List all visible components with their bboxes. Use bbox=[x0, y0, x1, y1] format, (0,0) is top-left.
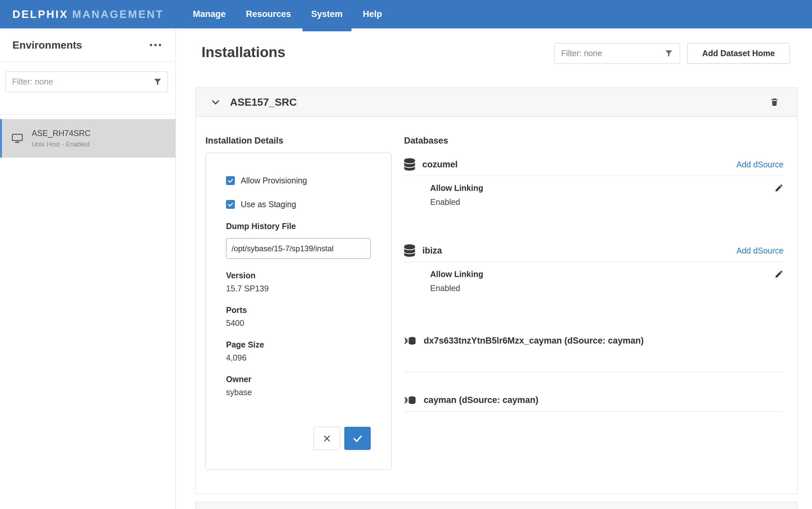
pencil-icon bbox=[775, 270, 784, 279]
confirm-button[interactable] bbox=[344, 427, 371, 450]
filter-funnel-icon bbox=[664, 49, 673, 58]
environment-list-item[interactable]: ASE_RH74SRC Unix Host - Enabled bbox=[0, 119, 176, 158]
database-name: cozumel bbox=[422, 160, 458, 170]
brand-secondary: MANAGEMENT bbox=[72, 8, 164, 20]
nav-item-resources[interactable]: Resources bbox=[236, 0, 301, 28]
next-installation-card-header[interactable] bbox=[196, 502, 797, 509]
owner-label: Owner bbox=[226, 375, 371, 384]
installation-card-header[interactable]: ASE157_SRC bbox=[196, 88, 797, 117]
pencil-icon bbox=[775, 183, 784, 193]
filter-selected-value: Filter: none bbox=[561, 48, 664, 58]
allow-linking-label: Allow Linking bbox=[430, 270, 483, 279]
allow-linking-value: Enabled bbox=[430, 197, 483, 207]
database-item-cozumel: cozumel Add dSource Allow Linking Enable… bbox=[404, 158, 784, 207]
allow-linking-value: Enabled bbox=[430, 283, 483, 293]
page-size-value: 4,096 bbox=[226, 353, 371, 363]
database-row: ibiza Add dSource bbox=[404, 244, 784, 262]
allow-linking-label: Allow Linking bbox=[430, 183, 483, 193]
form-actions bbox=[226, 427, 371, 450]
sidebar-menu-button[interactable] bbox=[149, 43, 162, 47]
sidebar-header: Environments bbox=[0, 28, 176, 62]
databases-section: Databases cozumel Add dSource Allow Link… bbox=[404, 136, 784, 470]
allow-provisioning-label: Allow Provisioning bbox=[241, 176, 307, 185]
use-as-staging-row: Use as Staging bbox=[226, 200, 371, 209]
dsource-database-icon bbox=[404, 335, 417, 346]
installation-details-heading: Installation Details bbox=[206, 136, 392, 146]
ports-label: Ports bbox=[226, 305, 371, 315]
check-icon bbox=[352, 433, 363, 444]
nav-item-help[interactable]: Help bbox=[353, 0, 392, 28]
allow-provisioning-row: Allow Provisioning bbox=[226, 176, 371, 185]
main-nav: Manage Resources System Help bbox=[183, 0, 392, 28]
cancel-button[interactable] bbox=[314, 427, 340, 450]
chevron-down-icon[interactable] bbox=[210, 97, 221, 107]
edit-allow-linking-button[interactable] bbox=[775, 183, 784, 193]
use-as-staging-checkbox[interactable] bbox=[226, 200, 235, 209]
dsource-name: cayman (dSource: cayman) bbox=[424, 395, 538, 405]
nav-item-manage[interactable]: Manage bbox=[183, 0, 236, 28]
owner-field: Owner sybase bbox=[226, 375, 371, 397]
next-installation-card[interactable] bbox=[195, 502, 798, 509]
page-size-label: Page Size bbox=[226, 340, 371, 349]
edit-allow-linking-button[interactable] bbox=[775, 270, 784, 279]
nav-item-system[interactable]: System bbox=[301, 0, 353, 28]
dump-history-file-label: Dump History File bbox=[226, 222, 371, 231]
close-icon bbox=[322, 434, 332, 443]
environment-list: ASE_RH74SRC Unix Host - Enabled bbox=[0, 114, 176, 158]
trash-icon bbox=[770, 97, 779, 107]
version-label: Version bbox=[226, 271, 371, 280]
filter-funnel-icon[interactable] bbox=[153, 77, 162, 86]
ports-value: 5400 bbox=[226, 318, 371, 328]
use-as-staging-label: Use as Staging bbox=[241, 200, 296, 209]
sidebar-title: Environments bbox=[12, 39, 82, 51]
databases-heading: Databases bbox=[404, 136, 784, 146]
version-field: Version 15.7 SP139 bbox=[226, 271, 371, 293]
host-icon bbox=[11, 133, 23, 144]
delete-installation-button[interactable] bbox=[770, 97, 779, 107]
database-icon bbox=[404, 158, 415, 171]
installations-filter-dropdown[interactable]: Filter: none bbox=[554, 43, 680, 64]
version-value: 15.7 SP139 bbox=[226, 284, 371, 293]
add-dataset-home-button[interactable]: Add Dataset Home bbox=[687, 43, 790, 64]
ellipsis-icon bbox=[149, 43, 162, 47]
database-item-ibiza: ibiza Add dSource Allow Linking Enabled bbox=[404, 244, 784, 293]
dump-history-file-input[interactable] bbox=[226, 238, 371, 259]
installation-name: ASE157_SRC bbox=[230, 96, 297, 108]
ports-field: Ports 5400 bbox=[226, 305, 371, 328]
check-icon bbox=[227, 177, 234, 184]
environments-sidebar: Environments ASE_RH74SRC Unix Host - Ena… bbox=[0, 28, 176, 509]
allow-linking-block: Allow Linking Enabled bbox=[430, 183, 784, 207]
owner-value: sybase bbox=[226, 387, 371, 397]
main-content: Installations Filter: none Add Dataset H… bbox=[176, 28, 812, 509]
page-title: Installations bbox=[201, 44, 285, 60]
dsource-row: dx7s633tnzYtnB5lr6Mzx_cayman (dSource: c… bbox=[404, 335, 784, 372]
dsource-row: cayman (dSource: cayman) bbox=[404, 395, 784, 412]
brand-primary: DELPHIX bbox=[12, 8, 68, 20]
top-header: DELPHIXMANAGEMENT Manage Resources Syste… bbox=[0, 0, 812, 28]
installation-details-section: Installation Details Allow Provisioning … bbox=[206, 136, 392, 470]
sidebar-filter-input[interactable] bbox=[5, 71, 168, 92]
dsource-name: dx7s633tnzYtnB5lr6Mzx_cayman (dSource: c… bbox=[424, 336, 644, 346]
installation-details-form: Allow Provisioning Use as Staging Dump H… bbox=[206, 153, 392, 470]
page-size-field: Page Size 4,096 bbox=[226, 340, 371, 363]
environment-status: Unix Host - Enabled bbox=[32, 141, 91, 148]
check-icon bbox=[227, 201, 234, 208]
allow-linking-block: Allow Linking Enabled bbox=[430, 270, 784, 293]
installation-card: ASE157_SRC Installation Details Allow Pr… bbox=[195, 88, 798, 494]
database-name: ibiza bbox=[422, 246, 442, 256]
database-icon bbox=[404, 244, 415, 257]
sidebar-filter bbox=[5, 71, 168, 92]
installation-card-body: Installation Details Allow Provisioning … bbox=[196, 117, 797, 470]
app-logo: DELPHIXMANAGEMENT bbox=[12, 8, 164, 21]
dsource-database-icon bbox=[404, 395, 417, 406]
add-dsource-link[interactable]: Add dSource bbox=[736, 246, 784, 256]
add-dsource-link[interactable]: Add dSource bbox=[736, 160, 784, 169]
database-row: cozumel Add dSource bbox=[404, 158, 784, 175]
environment-name: ASE_RH74SRC bbox=[32, 129, 91, 138]
allow-provisioning-checkbox[interactable] bbox=[226, 176, 235, 185]
